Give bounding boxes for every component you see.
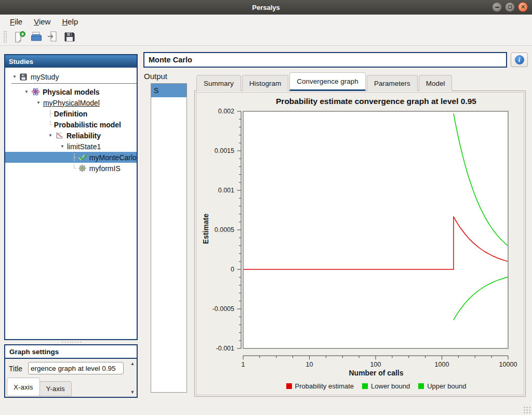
chart-legend: Probability estimateLower boundUpper bou… <box>244 382 509 390</box>
graph-settings-scrollbar[interactable]: ▲ ▼ <box>129 360 136 396</box>
tab-label: Model <box>426 80 445 87</box>
legend-swatch <box>418 383 424 389</box>
expand-arrow-icon[interactable]: ▼ <box>48 133 52 138</box>
svg-text:10: 10 <box>306 361 313 368</box>
window-size-grip[interactable] <box>523 406 530 413</box>
info-icon: i <box>515 55 524 64</box>
svg-text:0: 0 <box>231 266 234 273</box>
save-study-button[interactable] <box>61 30 78 44</box>
tree-item-label: myStudy <box>31 73 59 81</box>
new-study-button[interactable] <box>11 30 28 44</box>
legend-swatch <box>362 383 368 389</box>
tab-convergence-graph[interactable]: Convergence graph <box>289 72 366 91</box>
convergence-plot[interactable]: 0.0020.00150.0010.00050-0.0005-0.0011101… <box>196 93 525 396</box>
svg-text:1000: 1000 <box>435 361 449 368</box>
tree-item-label: limitState1 <box>67 142 101 151</box>
expand-arrow-icon[interactable]: ▼ <box>24 89 29 94</box>
tree-item-myformis[interactable]: └myformIS <box>5 163 137 174</box>
save-icon <box>19 72 28 81</box>
graph-settings-header: Graph settings <box>5 345 137 359</box>
tree-item-myphysicalmodel[interactable]: ▼myPhysicalModel <box>5 97 137 108</box>
toolbar <box>0 29 532 46</box>
import-script-button[interactable] <box>45 30 61 44</box>
expand-arrow-icon[interactable]: ▼ <box>36 100 41 105</box>
tree-item-reliability[interactable]: ▼G=0Reliability <box>5 130 137 141</box>
tree-item-probabilistic-model[interactable]: └Probabilistic model <box>5 119 137 130</box>
legend-item-lower-bound[interactable]: Lower bound <box>362 382 410 390</box>
tree-branch-line: ├ <box>48 110 52 118</box>
tree-branch-line: └ <box>72 164 76 172</box>
reliability-icon: G=0 <box>55 131 64 140</box>
expand-arrow-icon[interactable]: ▼ <box>60 144 64 149</box>
plot-canvas <box>243 111 508 348</box>
tree-item-limitstate1[interactable]: ▼limitState1 <box>5 141 137 152</box>
import-script-icon <box>46 30 60 44</box>
minimize-icon <box>495 7 499 8</box>
gs-tab-label: Y-axis <box>46 385 65 393</box>
legend-item-upper-bound[interactable]: Upper bound <box>418 382 466 390</box>
tree-branch-line: ├ <box>72 153 76 161</box>
menu-view[interactable]: View <box>28 16 56 28</box>
maximize-button[interactable] <box>505 2 515 12</box>
legend-label: Lower bound <box>371 382 410 390</box>
svg-text:0.0005: 0.0005 <box>215 226 234 234</box>
save-study-icon <box>63 30 76 44</box>
legend-label: Upper bound <box>427 382 466 390</box>
graph-title-input[interactable] <box>28 362 124 374</box>
gear-icon <box>78 164 87 173</box>
svg-text:10000: 10000 <box>499 361 517 368</box>
open-study-icon <box>30 30 43 44</box>
graph-title-label: Title <box>9 365 22 373</box>
tree-item-definition[interactable]: ├Definition <box>5 108 137 119</box>
svg-text:G=0: G=0 <box>58 132 61 134</box>
svg-text:0.002: 0.002 <box>218 108 234 115</box>
reliability-icon: G=0 <box>55 131 64 140</box>
legend-item-probability-estimate[interactable]: Probability estimate <box>286 382 354 390</box>
graph-settings-tabs: X-axisY-axis <box>7 379 71 396</box>
window-controls: ✕ <box>492 2 528 12</box>
save-icon <box>19 73 28 81</box>
menu-help[interactable]: Help <box>56 16 84 28</box>
tree-item-mymontecarlo[interactable]: ├myMonteCarlo <box>5 152 137 163</box>
output-item-s[interactable]: S <box>151 84 187 97</box>
tree-item-label: myMonteCarlo <box>89 153 137 162</box>
scroll-up-icon[interactable]: ▲ <box>130 361 135 366</box>
chart-x-axis-label: Number of calls <box>244 369 509 377</box>
close-button[interactable]: ✕ <box>518 2 528 12</box>
close-icon: ✕ <box>521 4 525 10</box>
svg-text:0.0015: 0.0015 <box>215 147 234 154</box>
menu-file[interactable]: File <box>4 16 28 28</box>
tab-histogram[interactable]: Histogram <box>242 75 289 91</box>
analysis-name-input[interactable] <box>143 52 507 68</box>
tab-model[interactable]: Model <box>419 75 453 91</box>
tree-separator <box>11 83 137 84</box>
application-window: Persalys ✕ FileViewHelp Studies ▼myStudy… <box>0 0 532 415</box>
tab-parameters[interactable]: Parameters <box>367 75 418 91</box>
maximize-icon <box>508 5 512 9</box>
tree-item-mystudy[interactable]: ▼myStudy <box>5 71 137 82</box>
minimize-button[interactable] <box>492 2 502 12</box>
info-button[interactable]: i <box>511 53 528 67</box>
studies-panel: Studies ▼myStudy▼Physical models▼myPhysi… <box>4 54 138 340</box>
studies-panel-header: Studies <box>5 55 137 68</box>
tab-label: Summary <box>204 80 234 87</box>
gs-tab-y-axis[interactable]: Y-axis <box>39 381 72 396</box>
toolbar-drag-handle[interactable] <box>3 31 7 43</box>
menu-bar: FileViewHelp <box>0 15 532 29</box>
svg-text:0.001: 0.001 <box>218 187 234 194</box>
panel-splitter-handle[interactable] <box>61 341 82 343</box>
expand-arrow-icon[interactable]: ▼ <box>12 74 17 79</box>
chart-area: Probability estimate convergence graph a… <box>196 92 524 395</box>
output-item-label: S <box>154 86 158 95</box>
scroll-down-icon[interactable]: ▼ <box>130 390 135 395</box>
graph-settings-body: Title X-axisY-axis ▲ ▼ <box>5 359 137 397</box>
open-study-button[interactable] <box>28 30 45 44</box>
tree-item-label: Reliability <box>66 132 101 140</box>
analysis-tab-bar: SummaryHistogramConvergence graphParamet… <box>196 72 453 91</box>
title-bar: Persalys ✕ <box>0 0 532 15</box>
tab-summary[interactable]: Summary <box>196 75 241 91</box>
legend-swatch <box>286 383 292 389</box>
gs-tab-x-axis[interactable]: X-axis <box>7 378 40 396</box>
tree-item-physical-models[interactable]: ▼Physical models <box>5 86 137 97</box>
tree-item-label: Physical models <box>43 88 100 96</box>
